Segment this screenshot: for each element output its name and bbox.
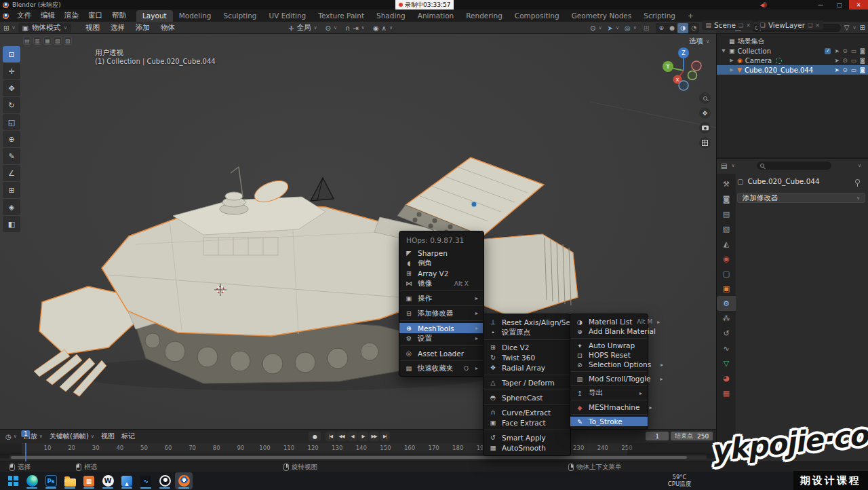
menu-item[interactable]: ◎ Asset Loader bbox=[399, 348, 484, 358]
new-view-layer-icon[interactable]: ❏ bbox=[808, 22, 812, 29]
menu-item[interactable]: ⚙ 设置 ▸ bbox=[399, 333, 484, 343]
view-menu[interactable]: 视图 bbox=[101, 432, 115, 441]
rendered-shading-icon[interactable]: ◔ bbox=[688, 23, 699, 33]
scene-selector[interactable]: ▤ Scene ❏ ✕ bbox=[702, 20, 753, 30]
add-modifier-button[interactable]: 添加修改器 ∨ bbox=[737, 193, 865, 203]
keying-menu[interactable]: 关键帧(插帧)∨ bbox=[50, 432, 94, 441]
select-box-tool[interactable]: ⊡ bbox=[3, 46, 20, 62]
navigation-gizmo[interactable]: Z Y X bbox=[660, 43, 708, 96]
menu-item[interactable]: ⊕ Add Blank Material bbox=[570, 326, 648, 336]
menu-button[interactable]: 文件 bbox=[12, 11, 36, 20]
empty-object-pyramid[interactable] bbox=[311, 178, 334, 201]
measure-tool[interactable]: ∠ bbox=[3, 165, 20, 181]
jump-to-start-button[interactable]: |◀ bbox=[326, 432, 336, 441]
menu-item[interactable]: ▦ AutoSmooth bbox=[484, 442, 570, 453]
object-data-tab[interactable]: ▽ bbox=[717, 356, 736, 371]
falloff-icon[interactable]: ∧ bbox=[382, 24, 387, 32]
workspace-tab-sculpting[interactable]: Sculpting bbox=[217, 10, 262, 22]
menu-item[interactable]: ⊘ Selection Options ▸ bbox=[570, 360, 648, 369]
minimize-button[interactable]: — bbox=[811, 0, 830, 10]
taskbar-app-button[interactable] bbox=[61, 472, 79, 489]
ortho-grid-icon[interactable] bbox=[699, 137, 711, 149]
viewport-quick-toggle-icon[interactable]: ▦ bbox=[43, 37, 52, 45]
properties-editor-icon[interactable]: ▤ bbox=[721, 162, 727, 170]
viewport-menu-button[interactable]: 物体 bbox=[155, 23, 180, 33]
zoom-icon[interactable] bbox=[699, 92, 711, 104]
menu-item[interactable]: ◤ Sharpen bbox=[399, 248, 484, 258]
taskbar-app-button[interactable]: ▲ bbox=[118, 472, 136, 489]
workspace-tab-layout[interactable]: Layout bbox=[136, 10, 173, 22]
timeline-editor-icon[interactable]: ◷ bbox=[5, 433, 12, 440]
outliner-row-camera[interactable]: ▶ ◉ Camera ➤ ⊙ ▭ ◙ bbox=[717, 56, 868, 65]
add-workspace-button[interactable]: + bbox=[682, 10, 700, 22]
show-visibility-icon[interactable]: ⊙ bbox=[590, 24, 595, 32]
pivot-point-icon[interactable]: ⊙ bbox=[326, 24, 331, 32]
disable-viewport-icon[interactable]: ▭ bbox=[851, 67, 856, 73]
hide-viewport-icon[interactable]: ⊙ bbox=[843, 48, 848, 54]
outliner-row-selected-object[interactable]: ▶ ▼ Cube.020_Cube.044 ➤ ⊙ ▭ ◙ bbox=[717, 65, 868, 75]
rotate-tool[interactable]: ↻ bbox=[3, 97, 20, 113]
wireframe-shading-icon[interactable]: ⊕ bbox=[656, 23, 667, 33]
menu-item[interactable]: ∩ Curve/Extract bbox=[484, 407, 570, 417]
menu-item[interactable]: ↻ Twist 360 bbox=[484, 352, 570, 362]
remove-view-layer-icon[interactable]: ✕ bbox=[815, 22, 820, 29]
menu-button[interactable]: 渲染 bbox=[60, 11, 83, 20]
maximize-button[interactable]: □ bbox=[830, 0, 849, 10]
timeline-scrollbar[interactable] bbox=[9, 455, 707, 459]
selectability-icon[interactable]: ➤ bbox=[834, 48, 839, 54]
current-frame-line[interactable] bbox=[25, 443, 26, 462]
pin-icon[interactable] bbox=[855, 179, 860, 184]
menu-item[interactable]: ❖ Radial Array bbox=[484, 362, 570, 373]
menu-item[interactable]: • 设置原点 bbox=[484, 327, 570, 337]
menu-item[interactable]: ◑ Material List Alt M ▸ bbox=[570, 317, 648, 326]
taskbar-app-button[interactable]: ▦ bbox=[80, 472, 98, 489]
outliner-options-icon[interactable]: ⊞ bbox=[860, 24, 865, 31]
texture-tab[interactable]: ▦ bbox=[717, 385, 736, 400]
expand-icon[interactable]: ▼ bbox=[721, 48, 726, 54]
view-layer-selector[interactable]: ❏ ViewLayer ❏ ✕ bbox=[757, 20, 823, 30]
workspace-tab-texture-paint[interactable]: Texture Paint bbox=[312, 10, 370, 22]
outliner-row-scene-collection[interactable]: ▦ 场景集合 bbox=[717, 37, 868, 46]
constraints-tab[interactable]: ∿ bbox=[717, 341, 736, 356]
annotate-tool[interactable]: ✎ bbox=[3, 148, 20, 164]
workspace-tab-rendering[interactable]: Rendering bbox=[460, 10, 509, 22]
viewport-quick-toggle-icon[interactable]: ▤ bbox=[23, 37, 31, 45]
menu-item[interactable]: ↺ Smart Apply bbox=[484, 432, 570, 442]
frame-ruler[interactable]: 1020304050607080901001101201301401501601… bbox=[0, 443, 716, 453]
boxcutter-tool[interactable]: ◧ bbox=[3, 216, 20, 232]
scene-tab[interactable]: ◭ bbox=[717, 236, 736, 251]
menu-item[interactable]: ✎ To_Stroke bbox=[570, 417, 648, 426]
editor-type-dropdown-icon[interactable]: ∨ bbox=[12, 25, 15, 31]
viewport-menu-button[interactable]: 添加 bbox=[130, 23, 155, 33]
disable-render-icon[interactable]: ◙ bbox=[860, 67, 865, 73]
play-button[interactable]: ▶ bbox=[358, 432, 368, 441]
workspace-tab-animation[interactable]: Animation bbox=[412, 10, 460, 22]
menu-item[interactable]: ◆ MESHmachine ▸ bbox=[570, 402, 648, 412]
marker-menu[interactable]: 标记 bbox=[121, 432, 135, 441]
menu-item[interactable]: ▥ Mod Scroll/Toggle ▸ bbox=[570, 374, 648, 383]
menu-item[interactable]: ↥ 导出 ▸ bbox=[570, 388, 648, 398]
unlink-scene-icon[interactable]: ✕ bbox=[746, 22, 751, 29]
workspace-tab-modeling[interactable]: Modeling bbox=[173, 10, 218, 22]
workspace-tab-uv-editing[interactable]: UV Editing bbox=[263, 10, 313, 22]
auto-keying-record-button[interactable]: ● bbox=[309, 432, 321, 441]
particles-tab[interactable]: ⁂ bbox=[717, 311, 736, 326]
blender-app-menu-icon[interactable] bbox=[3, 13, 9, 19]
menu-button[interactable]: 编辑 bbox=[36, 11, 60, 20]
add-cube-tool[interactable]: ⊞ bbox=[3, 182, 20, 198]
orientation-label[interactable]: 全局 bbox=[296, 23, 311, 33]
show-overlays-icon[interactable]: ◎ bbox=[625, 24, 631, 32]
selectability-icon[interactable]: ➤ bbox=[834, 57, 839, 64]
workspace-tab-compositing[interactable]: Compositing bbox=[509, 10, 566, 22]
current-frame-badge[interactable]: 1 bbox=[21, 430, 30, 437]
filter-funnel-icon[interactable]: ▽ bbox=[844, 24, 850, 31]
expand-icon[interactable]: ▶ bbox=[729, 58, 734, 63]
menu-item[interactable]: ▤ 快速收藏夹 O ▸ bbox=[399, 363, 484, 373]
windows-start-button[interactable] bbox=[4, 472, 22, 489]
workspace-tab-shading[interactable]: Shading bbox=[370, 10, 412, 22]
menu-item[interactable]: ▣ 操作 ▸ bbox=[399, 293, 484, 303]
editor-type-icon[interactable]: ⊞ bbox=[3, 24, 9, 32]
end-frame-field[interactable]: 结束点 250 bbox=[671, 432, 713, 440]
disable-viewport-icon[interactable]: ▭ bbox=[851, 57, 856, 64]
selectability-icon[interactable]: ➤ bbox=[834, 67, 839, 73]
